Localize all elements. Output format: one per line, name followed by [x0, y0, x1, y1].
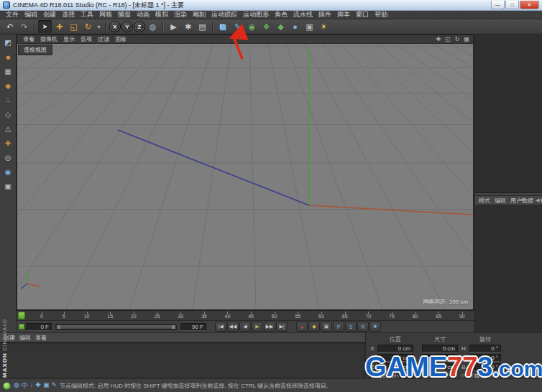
menu-item[interactable]: 角色 [272, 10, 290, 19]
toggle-panels-icon[interactable]: ▦ [463, 36, 470, 42]
prev-key-button[interactable]: ◀◀ [227, 322, 239, 332]
scale-tool-icon[interactable]: ◱ [67, 20, 81, 33]
enable-snap-icon[interactable]: ◉ [1, 166, 14, 178]
deformer-icon[interactable]: ◆ [274, 20, 288, 33]
rotation-field[interactable]: 0 ° [469, 345, 501, 353]
object-manager-list[interactable] [475, 29, 542, 193]
menu-item[interactable]: 插件 [316, 10, 334, 19]
material-manager-menu-item[interactable]: 编辑 [17, 334, 33, 342]
x-axis-button[interactable]: X [109, 21, 121, 32]
goto-start-button[interactable]: |◀ [215, 322, 226, 332]
start-frame-field[interactable]: 0 F [26, 323, 52, 331]
next-frame-button[interactable]: ▶▶ [264, 322, 275, 332]
goto-end-button[interactable]: ▶| [276, 322, 288, 332]
timeline-ruler[interactable]: 051015202530354045505560657075808590 [17, 310, 474, 320]
menu-item[interactable]: 编辑 [22, 10, 40, 19]
render-settings-icon[interactable]: ✱ [181, 20, 195, 33]
record-position-button[interactable]: P [333, 322, 344, 332]
material-list[interactable] [0, 342, 365, 378]
am-back-icon[interactable]: ◀ [536, 197, 539, 203]
recent-tool-icon[interactable]: ▾ [96, 20, 102, 33]
attribute-manager-tab[interactable]: 编辑 [492, 197, 508, 205]
viewport-menu-item[interactable]: 查看 [20, 35, 37, 43]
workplane-mode-icon[interactable]: ◆ [1, 80, 14, 92]
viewport-canvas[interactable]: 透视视图 网格间距: 100 cm [17, 44, 473, 309]
separator[interactable] [105, 22, 106, 32]
separator[interactable] [212, 22, 213, 32]
maximize-button[interactable]: □ [505, 1, 519, 9]
autokey-button[interactable]: ▣ [321, 322, 332, 332]
record-button[interactable]: ● [296, 322, 308, 332]
texture-mode-icon[interactable]: ▦ [1, 65, 14, 78]
edges-mode-icon[interactable]: ◇ [1, 108, 14, 121]
environment-icon[interactable]: ● [288, 20, 302, 33]
range-end-handle[interactable] [172, 325, 175, 329]
menu-item[interactable]: 模拟 [152, 10, 171, 19]
light-icon[interactable]: ☀ [317, 20, 331, 33]
live-selection-icon[interactable]: ➤ [38, 20, 52, 33]
separator[interactable] [162, 22, 164, 32]
menu-item[interactable]: 运动图形 [240, 10, 272, 19]
position-field[interactable]: 0 cm [377, 345, 413, 353]
camera-icon[interactable]: ▣ [303, 20, 316, 33]
viewport-menu-item[interactable]: 过滤 [95, 35, 112, 43]
polygons-mode-icon[interactable]: △ [1, 123, 14, 135]
zoom-view-icon[interactable]: ◱ [444, 36, 451, 42]
menu-item[interactable]: 文件 [3, 10, 22, 19]
coordinate-system-icon[interactable]: ◍ [146, 20, 160, 33]
menu-item[interactable]: 动画 [134, 10, 152, 19]
make-editable-icon[interactable]: ◩ [1, 37, 14, 49]
menu-item[interactable]: 捕捉 [115, 10, 134, 19]
layout-icon[interactable]: ▣ [43, 381, 50, 391]
array-generator-icon[interactable]: ❖ [259, 20, 273, 33]
viewport-menu-item[interactable]: 显示 [60, 35, 78, 43]
viewport-menu-item[interactable]: 摄像机 [37, 35, 60, 43]
end-frame-field[interactable]: 90 F [180, 323, 206, 331]
download-icon[interactable]: ↓ [30, 381, 34, 391]
viewport-solo-icon[interactable]: ◎ [1, 151, 14, 164]
view-label[interactable]: 透视视图 [18, 45, 52, 55]
locale-icon[interactable]: 中 [22, 381, 28, 391]
menu-item[interactable]: 帮助 [372, 10, 390, 19]
menu-item[interactable]: 网格 [96, 10, 115, 19]
menu-item[interactable]: 创建 [40, 10, 59, 19]
edit-icon[interactable]: ✎ [51, 381, 57, 391]
y-axis-button[interactable]: Y [121, 21, 133, 32]
record-param-button[interactable]: ✚ [369, 322, 381, 332]
timeline-playhead[interactable] [18, 312, 25, 319]
enable-axis-icon[interactable]: ✚ [1, 137, 14, 149]
menu-item[interactable]: 选择 [59, 10, 78, 19]
range-start-handle[interactable] [57, 325, 60, 329]
attribute-manager-content[interactable] [475, 205, 542, 332]
separator[interactable] [34, 22, 35, 32]
menu-item[interactable]: 工具 [78, 10, 96, 19]
viewport-menu-item[interactable]: 面板 [112, 35, 129, 43]
render-queue-icon[interactable]: ▤ [196, 20, 209, 33]
record-rotation-button[interactable]: R [357, 322, 369, 332]
undo-icon[interactable]: ↶ [3, 20, 17, 33]
workplane-lock-icon[interactable]: ▣ [1, 180, 14, 192]
prev-frame-button[interactable]: ◀ [239, 322, 251, 332]
menu-item[interactable]: 运动跟踪 [208, 10, 240, 19]
menu-item[interactable]: 雕刻 [190, 10, 208, 19]
points-mode-icon[interactable]: ∴ [1, 94, 14, 106]
close-button[interactable]: ✕ [520, 1, 539, 9]
pan-view-icon[interactable]: ✚ [435, 36, 442, 42]
viewport[interactable]: 查看摄像机显示选项过滤面板 ✚◱↻▦ 透视视图 网格间距: 100 cm [17, 34, 474, 310]
add-icon[interactable]: ✚ [35, 381, 41, 391]
model-mode-icon[interactable]: ■ [1, 51, 14, 63]
render-view-icon[interactable]: ▶ [167, 20, 180, 33]
size-field[interactable]: 0 cm [422, 345, 458, 353]
record-scale-button[interactable]: S [345, 322, 357, 332]
frame-range-slider[interactable] [55, 324, 177, 330]
viewport-menu-item[interactable]: 选项 [78, 35, 95, 43]
globe-icon[interactable]: ◍ [14, 381, 19, 391]
rotate-view-icon[interactable]: ↻ [454, 36, 461, 42]
play-button[interactable]: ▶ [252, 322, 263, 332]
menu-item[interactable]: 渲染 [171, 10, 190, 19]
current-frame-marker[interactable] [19, 324, 24, 330]
minimize-button[interactable]: — [491, 1, 505, 9]
attribute-manager-tab[interactable]: 用户数据 [508, 197, 536, 205]
attribute-manager-tab[interactable]: 模式 [477, 197, 492, 205]
rotate-tool-icon[interactable]: ↻ [81, 20, 95, 33]
